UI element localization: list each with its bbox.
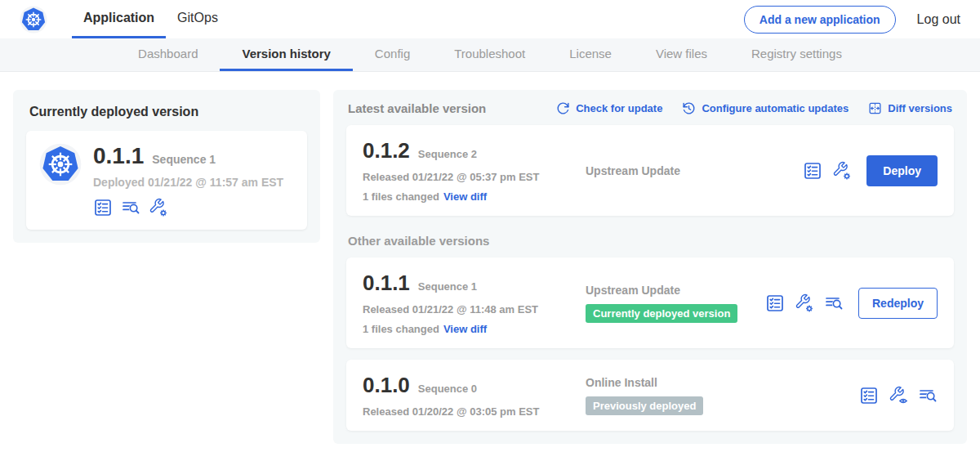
other-available-versions-title: Other available versions	[348, 234, 952, 248]
diff-icon	[868, 101, 882, 115]
version-sequence: Sequence 0	[418, 383, 477, 395]
currently-deployed-card: Currently deployed version 0.1.1 Sequenc…	[13, 90, 320, 243]
header-spacer	[229, 0, 744, 38]
version-released-date: Released 01/21/22 @ 05:37 pm EST	[363, 171, 579, 183]
deploy-button[interactable]: Deploy	[866, 155, 938, 186]
subnav-registry-settings[interactable]: Registry settings	[729, 38, 864, 71]
latest-available-title: Latest available version	[348, 101, 486, 115]
edit-config-icon[interactable]	[795, 293, 814, 313]
kubernetes-helm-icon	[20, 6, 47, 34]
subnav-version-history[interactable]: Version history	[220, 38, 352, 71]
version-source: Online Install	[586, 376, 859, 389]
check-for-update-link[interactable]: Check for update	[556, 101, 662, 115]
previously-deployed-badge: Previously deployed	[586, 396, 703, 415]
redeploy-button[interactable]: Redeploy	[858, 288, 938, 319]
edit-config-icon[interactable]	[149, 198, 168, 217]
preflight-checks-icon[interactable]	[765, 293, 785, 313]
header-tabs: Application GitOps	[72, 0, 229, 38]
preflight-checks-icon[interactable]	[93, 198, 113, 217]
deploy-logs-icon[interactable]	[121, 198, 140, 217]
diff-versions-label: Diff versions	[888, 102, 952, 114]
preflight-checks-icon[interactable]	[803, 161, 822, 181]
currently-deployed-title: Currently deployed version	[29, 105, 307, 119]
view-diff-link[interactable]: View diff	[443, 190, 487, 203]
currently-deployed-info: 0.1.1 Sequence 1 Deployed 01/21/22 @ 11:…	[93, 143, 283, 217]
version-source: Upstream Update	[586, 284, 765, 297]
subnav-view-files[interactable]: View files	[634, 38, 729, 71]
configure-automatic-updates-link[interactable]: Configure automatic updates	[682, 101, 849, 115]
version-number: 0.1.2	[363, 138, 410, 163]
version-row-0-1-2: 0.1.2 Sequence 2 Released 01/21/22 @ 05:…	[346, 125, 954, 216]
edit-config-icon[interactable]	[832, 161, 852, 181]
version-row-0-1-1: 0.1.1 Sequence 1 Released 01/21/22 @ 11:…	[346, 257, 954, 348]
top-header: Application GitOps Add a new application…	[0, 0, 980, 38]
version-number: 0.1.1	[363, 271, 410, 296]
subnav-dashboard[interactable]: Dashboard	[116, 38, 220, 71]
version-number: 0.1.0	[363, 373, 410, 398]
deploy-logs-icon[interactable]	[918, 386, 938, 405]
logout-button[interactable]: Log out	[917, 12, 960, 27]
app-subnav: Dashboard Version history Config Trouble…	[0, 38, 980, 72]
refresh-icon	[556, 101, 570, 115]
deploy-logs-icon[interactable]	[824, 293, 844, 313]
subnav-config[interactable]: Config	[353, 38, 432, 71]
current-version-sequence: Sequence 1	[152, 153, 216, 166]
version-history-panel: Latest available version Check for updat…	[333, 90, 967, 444]
files-changed-label: 1 files changed	[363, 190, 439, 203]
check-for-update-label: Check for update	[576, 102, 662, 114]
currently-deployed-badge: Currently deployed version	[586, 304, 737, 323]
kubernetes-app-icon	[39, 143, 82, 186]
add-new-application-button[interactable]: Add a new application	[744, 6, 896, 34]
view-diff-link[interactable]: View diff	[443, 323, 487, 335]
version-sequence: Sequence 2	[418, 148, 477, 160]
main-content: Currently deployed version 0.1.1 Sequenc…	[0, 72, 980, 461]
version-released-date: Released 01/21/22 @ 11:48 am EST	[363, 303, 579, 316]
version-released-date: Released 01/20/22 @ 03:05 pm EST	[363, 405, 579, 418]
currently-deployed-version-box: 0.1.1 Sequence 1 Deployed 01/21/22 @ 11:…	[26, 131, 307, 230]
preflight-checks-icon[interactable]	[859, 386, 879, 405]
configure-automatic-updates-label: Configure automatic updates	[702, 102, 849, 114]
version-sequence: Sequence 1	[418, 280, 477, 293]
tab-application[interactable]: Application	[72, 0, 166, 38]
subnav-troubleshoot[interactable]: Troubleshoot	[432, 38, 547, 71]
current-version-number: 0.1.1	[93, 143, 144, 169]
view-config-icon[interactable]	[889, 386, 908, 405]
current-version-deployed-date: Deployed 01/21/22 @ 11:57 am EST	[93, 176, 283, 189]
tab-gitops[interactable]: GitOps	[166, 0, 229, 38]
app-logo-small[interactable]	[20, 0, 47, 38]
subnav-license[interactable]: License	[547, 38, 634, 71]
version-row-0-1-0: 0.1.0 Sequence 0 Released 01/20/22 @ 03:…	[346, 360, 954, 431]
schedule-update-icon	[682, 101, 696, 115]
version-source: Upstream Update	[586, 164, 803, 177]
files-changed-label: 1 files changed	[363, 323, 439, 335]
diff-versions-link[interactable]: Diff versions	[868, 101, 952, 115]
